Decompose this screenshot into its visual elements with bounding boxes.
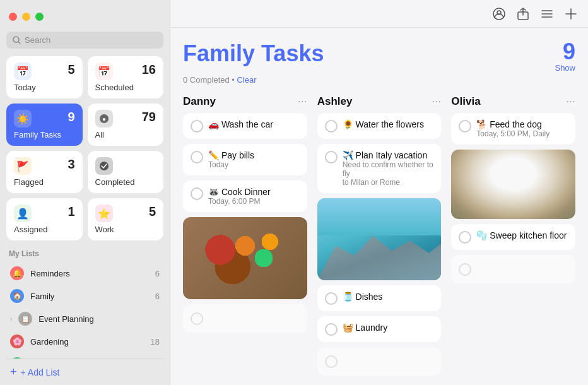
page-title: Family Tasks <box>183 40 324 67</box>
ashley-more-icon[interactable]: ··· <box>432 95 441 108</box>
add-task-icon[interactable] <box>564 7 578 21</box>
completed-badge: 9 Show <box>555 40 575 73</box>
smart-item-work[interactable]: ⭐ 5 Work <box>88 198 164 240</box>
list-item-gardening[interactable]: 🌸 Gardening 18 <box>6 330 163 353</box>
all-label: All <box>95 130 156 139</box>
add-list-label: + Add List <box>21 367 60 377</box>
task-circle-feed-dog[interactable] <box>459 120 471 133</box>
task-dishes[interactable]: 🫙 Dishes <box>317 285 442 311</box>
task-circle-water-flowers[interactable] <box>325 120 338 133</box>
olivia-dog-image <box>451 150 575 219</box>
traffic-light-yellow[interactable] <box>22 13 30 21</box>
task-sub-cook-dinner: Today, 6:00 PM <box>208 197 300 206</box>
task-circle-sweep-kitchen[interactable] <box>459 231 471 244</box>
task-sub-plan-italy: Need to confirm whether to flyto Milan o… <box>343 160 434 187</box>
task-cook-dinner[interactable]: 🦝 Cook Dinner Today, 6:00 PM <box>183 181 307 212</box>
olivia-empty-task[interactable] <box>451 255 575 283</box>
task-circle-dishes[interactable] <box>325 292 338 305</box>
olivia-more-icon[interactable]: ··· <box>566 95 575 108</box>
smart-item-scheduled[interactable]: 📅 16 Scheduled <box>88 56 164 98</box>
task-sweep-kitchen[interactable]: 🫧 Sweep kitchen floor <box>451 224 575 250</box>
task-name-pay-bills: ✏️ Pay bills <box>208 150 300 160</box>
danny-empty-circle[interactable] <box>191 312 203 325</box>
list-item-event-planning[interactable]: › 📋 Event Planning <box>6 307 163 330</box>
assigned-label: Assigned <box>14 225 75 234</box>
traffic-light-red[interactable] <box>9 13 17 21</box>
smart-item-completed[interactable]: Completed <box>88 151 164 193</box>
olivia-name: Olivia <box>451 95 480 108</box>
column-danny: Danny ··· 🚗 Wash the car ✏️ Pay bills To… <box>183 95 307 381</box>
flagged-label: Flagged <box>14 177 75 187</box>
ashley-header: Ashley ··· <box>317 95 442 108</box>
flagged-count: 3 <box>68 157 74 172</box>
completed-label: Completed <box>95 177 156 187</box>
smart-item-all[interactable]: ● 79 All <box>88 104 164 146</box>
danny-food-image <box>183 217 307 299</box>
task-name-dishes: 🫙 Dishes <box>343 292 434 302</box>
task-circle-plan-italy[interactable] <box>325 151 338 163</box>
person-circle-icon[interactable] <box>492 7 506 21</box>
task-columns: Danny ··· 🚗 Wash the car ✏️ Pay bills To… <box>183 95 575 381</box>
all-icon: ● <box>95 110 113 127</box>
svg-point-4 <box>100 162 109 170</box>
ashley-name: Ashley <box>317 95 353 108</box>
flagged-icon: 🚩 <box>14 157 32 175</box>
column-olivia: Olivia ··· 🐕 Feed the dog Today, 5:00 PM… <box>451 95 575 381</box>
task-water-flowers[interactable]: 🌻 Water the flowers <box>317 113 442 139</box>
title-bar <box>6 8 163 25</box>
smart-item-flagged[interactable]: 🚩 3 Flagged <box>6 151 83 193</box>
list-bullet-icon[interactable] <box>540 7 554 21</box>
danny-header: Danny ··· <box>183 95 307 108</box>
my-lists-label: My Lists <box>6 249 163 258</box>
ashley-empty-circle[interactable] <box>325 355 338 368</box>
task-circle-laundry[interactable] <box>325 323 338 336</box>
main-content-area: Family Tasks 9 Show 0 Completed • Clear … <box>170 0 588 385</box>
task-feed-dog[interactable]: 🐕 Feed the dog Today, 5:00 PM, Daily <box>451 113 575 145</box>
page-header: Family Tasks 9 Show <box>183 40 575 73</box>
traffic-light-green[interactable] <box>35 13 44 21</box>
reminders-name: Reminders <box>30 269 149 278</box>
work-label: Work <box>95 225 156 234</box>
search-bar[interactable]: Search <box>6 32 163 49</box>
list-item-family[interactable]: 🏠 Family 6 <box>6 285 163 307</box>
family-name: Family <box>30 292 149 301</box>
clear-link[interactable]: Clear <box>237 75 256 85</box>
task-circle-wash-car[interactable] <box>191 120 203 133</box>
completed-icon <box>95 157 113 175</box>
ashley-empty-task[interactable] <box>317 347 442 376</box>
event-planning-name: Event Planning <box>38 314 160 324</box>
list-item-reminders[interactable]: 🔔 Reminders 6 <box>6 262 163 285</box>
danny-more-icon[interactable]: ··· <box>298 95 307 108</box>
work-icon: ⭐ <box>95 204 113 222</box>
reminders-count: 6 <box>155 269 160 278</box>
list-item-plants[interactable]: 🌿 Plants to get 4 <box>6 353 163 358</box>
olivia-header: Olivia ··· <box>451 95 575 108</box>
smart-item-today[interactable]: 📅 5 Today <box>6 56 83 98</box>
task-pay-bills[interactable]: ✏️ Pay bills Today <box>183 144 307 175</box>
smart-item-assigned[interactable]: 👤 1 Assigned <box>6 198 83 240</box>
completed-number: 9 <box>555 40 575 63</box>
olivia-empty-circle[interactable] <box>459 263 471 276</box>
task-name-plan-italy: ✈️ Plan Italy vacation <box>343 150 434 160</box>
danny-empty-task[interactable] <box>183 304 307 333</box>
task-circle-cook-dinner[interactable] <box>191 187 203 200</box>
add-list-button[interactable]: + + Add List <box>6 358 163 385</box>
share-icon[interactable] <box>516 7 530 21</box>
subtitle: 0 Completed • Clear <box>183 75 575 85</box>
ashley-italy-image <box>317 198 442 280</box>
main-toolbar <box>170 0 588 28</box>
chevron-icon: › <box>10 316 12 323</box>
search-icon <box>13 36 21 44</box>
gardening-dot: 🌸 <box>10 335 24 348</box>
show-button[interactable]: Show <box>555 63 575 73</box>
task-name-feed-dog: 🐕 Feed the dog <box>476 119 568 129</box>
today-count: 5 <box>68 62 74 77</box>
smart-lists: 📅 5 Today 📅 16 Scheduled ☀️ 9 Family Tas… <box>6 56 163 240</box>
task-circle-pay-bills[interactable] <box>191 151 203 163</box>
task-laundry[interactable]: 🧺 Laundry <box>317 316 442 342</box>
task-plan-italy[interactable]: ✈️ Plan Italy vacation Need to confirm w… <box>317 144 442 193</box>
svg-line-1 <box>18 42 20 44</box>
task-wash-car[interactable]: 🚗 Wash the car <box>183 113 307 139</box>
family-tasks-label: Family Tasks <box>14 130 75 139</box>
smart-item-family-tasks[interactable]: ☀️ 9 Family Tasks <box>6 104 83 146</box>
